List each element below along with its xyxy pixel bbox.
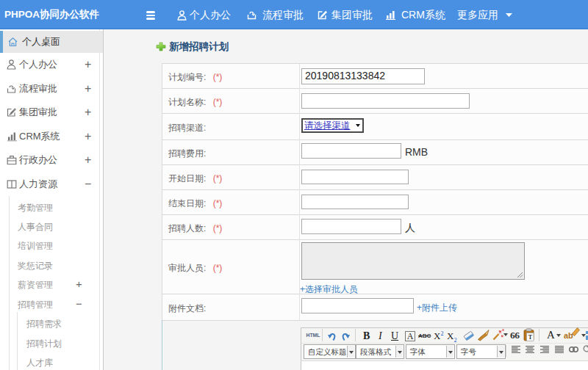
- svg-text:T: T: [528, 334, 533, 341]
